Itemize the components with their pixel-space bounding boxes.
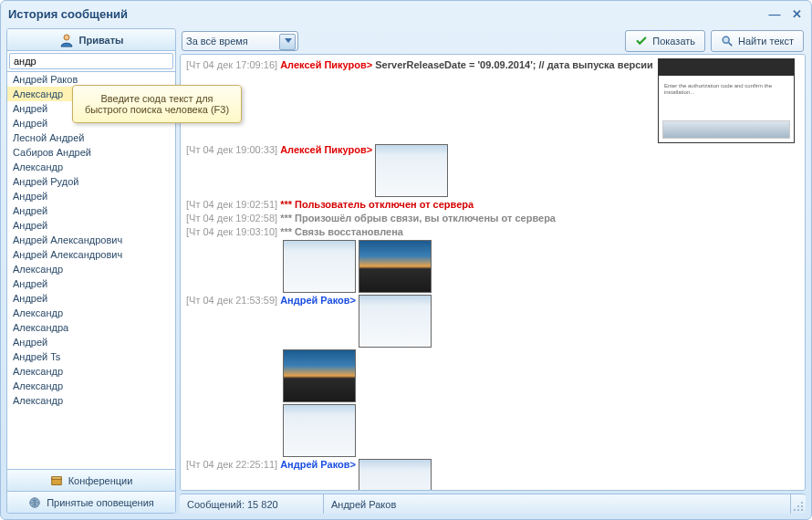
tab-conferences[interactable]: Конференции [7,469,175,491]
find-label: Найти текст [738,36,794,47]
period-value: За всё время [186,36,248,47]
show-label: Показать [652,36,695,47]
titlebar: История сообщений — ✕ [1,1,811,26]
image-thumbnail[interactable] [375,144,448,197]
globe-icon [28,496,41,509]
timestamp: [Чт 04 дек 17:09:16] [186,59,277,70]
contact-item[interactable]: Александр [7,379,175,393]
tab-privates-label: Приваты [79,35,124,46]
tab-privates[interactable]: Приваты [7,29,175,51]
contact-item[interactable]: Лесной Андрей [7,130,175,145]
period-combo[interactable]: За всё время [182,31,298,51]
contact-item[interactable]: Андрей [7,203,175,218]
message-line: [Чт 04 дек 17:09:16] Алексей Пикуров> Se… [186,58,799,143]
contact-item[interactable]: Андрей [7,335,175,349]
image-thumbnail[interactable] [359,240,432,293]
close-icon[interactable]: ✕ [789,6,804,21]
chat-area[interactable]: [Чт 04 дек 17:09:16] Алексей Пикуров> Se… [180,54,806,491]
system-message: *** Произошёл обрыв связи, вы отключены … [280,213,556,224]
svg-point-11 [801,502,803,504]
tab-conferences-label: Конференции [68,475,133,486]
window-title: История сообщений [8,7,128,21]
search-icon [721,35,734,47]
timestamp: [Чт 04 дек 19:00:33] [186,144,277,155]
image-thumbnail[interactable]: Enter the authorization code and confirm… [658,58,795,143]
contact-item[interactable]: Андрей Александрович [7,233,175,247]
contact-item[interactable]: Александр [7,364,175,379]
chevron-down-icon [285,38,292,43]
message-line [186,239,799,294]
timestamp: [Чт 04 дек 19:03:10] [186,226,277,237]
contact-item[interactable]: Андрей Александрович [7,247,175,262]
contact-item[interactable]: Александр [7,160,175,174]
box-icon [50,474,63,487]
statusbar: Сообщений: 15 820 Андрей Раков [180,494,806,514]
timestamp: [Чт 04 дек 22:25:11] [186,459,277,470]
image-thumbnail[interactable] [359,295,432,348]
history-window: История сообщений — ✕ Приваты Андрей Рак… [0,0,812,520]
svg-line-5 [729,43,733,47]
message-author: Андрей Раков> [280,295,356,306]
minimize-icon[interactable]: — [767,6,782,21]
contact-item[interactable]: Александр [7,393,175,408]
contact-item[interactable]: Александр [7,262,175,276]
svg-point-10 [797,505,799,507]
message-author: Андрей Раков> [280,459,356,470]
svg-point-0 [64,35,69,40]
message-line: [Чт 04 дек 21:53:59] Андрей Раков> [186,294,799,458]
contact-item[interactable]: Андрей [7,276,175,291]
message-author: Алексей Пикуров> [280,144,372,155]
contact-item[interactable]: Андрей Ts [7,349,175,364]
contact-list[interactable]: Андрей РаковАлександрАндрейАндрейЛесной … [7,72,175,469]
message-line: [Чт 04 дек 19:02:58] *** Произошёл обрыв… [186,212,799,225]
svg-point-6 [801,509,803,511]
contact-item[interactable]: Андрей Рудой [7,174,175,189]
contact-item[interactable]: Сабиров Андрей [7,145,175,160]
svg-rect-2 [51,476,61,479]
search-tooltip: Введите сюда текст для быстрого поиска ч… [72,85,242,123]
system-message: *** Связь восстановлена [280,226,403,237]
svg-point-7 [797,509,799,511]
system-message: *** Пользователь отключен от сервера [280,199,474,210]
image-thumbnail[interactable] [359,459,432,491]
message-line: [Чт 04 дек 19:02:51] *** Пользователь от… [186,198,799,212]
message-line: [Чт 04 дек 19:00:33] Алексей Пикуров> [186,143,799,198]
toolbar: За всё время Показать Найти текст [180,28,806,54]
contact-item[interactable]: Александра [7,320,175,335]
check-icon [635,35,648,47]
message-author: Алексей Пикуров> [280,59,372,70]
status-msg-count: Сообщений: 15 820 [180,494,324,514]
show-button[interactable]: Показать [625,30,705,52]
message-body: ServerReleaseDate = '09.09.2014'; // дат… [375,59,653,70]
image-thumbnail[interactable] [283,349,356,402]
resize-grip-icon[interactable] [791,494,806,514]
message-line: [Чт 04 дек 22:25:11] Андрей Раков> [186,458,799,491]
svg-point-4 [723,36,729,43]
status-current-user: Андрей Раков [324,494,791,514]
search-box [7,51,175,72]
contact-item[interactable]: Андрей [7,189,175,203]
contact-item[interactable]: Андрей [7,291,175,306]
image-thumbnail[interactable] [283,240,356,293]
timestamp: [Чт 04 дек 19:02:51] [186,199,277,210]
svg-point-9 [794,509,796,511]
find-button[interactable]: Найти текст [711,30,804,52]
timestamp: [Чт 04 дек 21:53:59] [186,295,277,306]
tab-alerts[interactable]: Принятые оповещения [7,491,175,513]
tab-alerts-label: Принятые оповещения [47,497,154,508]
timestamp: [Чт 04 дек 19:02:58] [186,213,277,224]
contact-item[interactable]: Александр [7,306,175,320]
search-input[interactable] [9,53,173,69]
message-line: [Чт 04 дек 19:03:10] *** Связь восстанов… [186,225,799,239]
image-thumbnail[interactable] [283,404,356,457]
svg-point-8 [801,505,803,507]
main-panel: За всё время Показать Найти текст [Чт 04… [180,28,806,514]
contact-item[interactable]: Андрей [7,218,175,233]
user-icon [59,33,74,47]
